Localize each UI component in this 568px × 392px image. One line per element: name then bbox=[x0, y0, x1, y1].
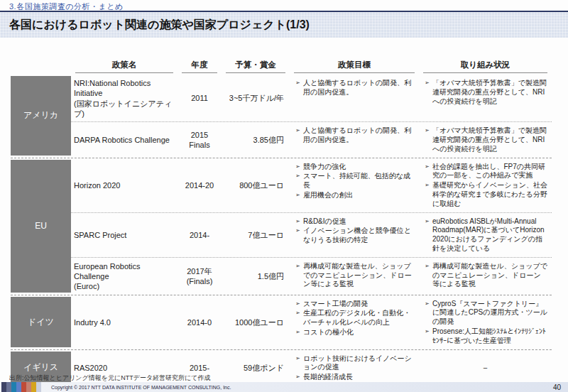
logo-square bbox=[26, 382, 31, 392]
slide: 3.各国施策調査の分析・まとめ 各国におけるロボット関連の施策や国家プロジェクト… bbox=[0, 0, 568, 392]
arrow-bullet-icon: ➢ bbox=[425, 327, 432, 346]
policy-name: SPARC Project bbox=[71, 230, 178, 240]
bullet-text: 競争力の強化 bbox=[303, 163, 415, 172]
country-label: アメリカ bbox=[11, 76, 71, 156]
status-cell: ➢社会的課題を抽出し、FP7の共同研究の一部を、この枠組みで実施➢基礎研究からイ… bbox=[419, 162, 552, 209]
bullet-item: ➢スマート工場の開発 bbox=[295, 300, 415, 309]
arrow-bullet-icon: ➢ bbox=[425, 181, 432, 208]
status-dash: − bbox=[419, 354, 552, 383]
budget-value: 800億ユーロ bbox=[222, 180, 290, 191]
country-group: EUHorizon 20202014-20800億ユーロ➢競争力の強化➢スマート… bbox=[11, 158, 552, 295]
page-title: 各国におけるロボット関連の施策や国家プロジェクト(1/3) bbox=[9, 18, 310, 33]
arrow-bullet-icon: ➢ bbox=[295, 227, 303, 245]
policy-name: Horizon 2020 bbox=[71, 180, 178, 190]
column-header-year: 年度 bbox=[182, 60, 217, 73]
table-row: Horizon 20202014-20800億ユーロ➢競争力の強化➢スマート、持… bbox=[71, 158, 552, 212]
country-column-spacer bbox=[15, 60, 67, 73]
arrow-bullet-icon: ➢ bbox=[295, 300, 303, 309]
arrow-bullet-icon: ➢ bbox=[295, 172, 303, 190]
arrow-bullet-icon: ➢ bbox=[295, 262, 303, 289]
policy-goals-cell: ➢人と協働するロボットの開発、利用の国内促進。 bbox=[290, 78, 419, 119]
table-body: アメリカNRI:National Robotics Initiative (国家… bbox=[11, 75, 552, 392]
policy-name: Indutry 4.0 bbox=[71, 317, 178, 327]
bullet-item: ➢基礎研究からイノベーション、社会科学的な研究まで多岐にわたる分野に取組む bbox=[425, 181, 547, 208]
policy-goals-cell: ➢スマート工場の開発➢生産工程のデジタル化・自動化・バーチャル化レベルの向上➢コ… bbox=[290, 299, 419, 347]
year-value: 2014-0 bbox=[178, 317, 222, 327]
country-group: ドイツIndutry 4.02014-01000億ユーロ➢スマート工場の開発➢生… bbox=[11, 295, 552, 350]
bullet-item: ➢長期的経済成長 bbox=[295, 373, 415, 382]
arrow-bullet-icon: ➢ bbox=[425, 163, 432, 181]
country-label: ドイツ bbox=[11, 297, 71, 347]
bullet-item: ➢雇用機会の創出 bbox=[295, 191, 415, 200]
arrow-bullet-icon: ➢ bbox=[295, 163, 303, 172]
bullet-item: ➢スマート、持続可能、包括的な成長 bbox=[295, 172, 415, 190]
year-value: 2014- bbox=[178, 230, 222, 240]
bullet-text: R&D&Iの促進 bbox=[303, 217, 415, 227]
arrow-bullet-icon: ➢ bbox=[295, 79, 303, 97]
bullet-text: コストの極小化 bbox=[303, 328, 415, 337]
policy-goals-cell: ➢R&D&Iの促進➢イノベーション機会と競争優位となりうる技術の特定 bbox=[290, 217, 419, 254]
bullet-item: ➢R&D&Iの促進 bbox=[295, 217, 415, 227]
status-cell: ➢「オバマ大統領予算教書」で製造関連研究開発の重点分野として、NRIへの投資続行… bbox=[419, 126, 552, 154]
bullet-item: ➢再構成可能な製造セル、ショップでのマニピュレーション、ドローン等による監視 bbox=[295, 262, 415, 289]
country-rows: Indutry 4.02014-01000億ユーロ➢スマート工場の開発➢生産工程… bbox=[71, 295, 552, 349]
country-group: アメリカNRI:National Robotics Initiative (国家… bbox=[11, 75, 552, 158]
arrow-bullet-icon: ➢ bbox=[425, 126, 432, 153]
logo-square bbox=[16, 382, 21, 392]
bullet-item: ➢人と協働するロボットの開発、利用の国内促進。 bbox=[295, 79, 415, 97]
budget-value: 3.85億円 bbox=[222, 135, 290, 146]
column-header-status: 取り組み状況 bbox=[423, 60, 547, 73]
status-cell: ➢再構成可能な製造セル、ショップでのマニピュレーション、ドローン等による監視 bbox=[419, 261, 552, 292]
status-cell: ➢CyproS『スマートファクトリー』に関連したCPSの運用方式・ツールの開発➢… bbox=[419, 299, 552, 347]
policy-goals-cell: ➢人と協働するロボットの開発、利用の国内促進。 bbox=[290, 126, 419, 154]
bullet-text: スマート、持続可能、包括的な成長 bbox=[303, 172, 415, 190]
budget-value: 1000億ユーロ bbox=[222, 317, 290, 328]
bullet-text: 人と協働するロボットの開発、利用の国内促進。 bbox=[303, 79, 415, 97]
footer-bar: Copyright © 2017 NTT DATA INSTITUTE OF M… bbox=[0, 382, 568, 392]
bullet-item: ➢「オバマ大統領予算教書」で製造関連研究開発の重点分野として、NRIへの投資続行… bbox=[425, 126, 547, 153]
budget-value: 59億ポンド bbox=[222, 363, 290, 374]
bullet-text: ロボット技術におけるイノベーションの促進 bbox=[303, 354, 415, 373]
policy-name: European Robotics Challenge (Euroc) bbox=[71, 261, 178, 292]
policy-goals-cell: ➢競争力の強化➢スマート、持続可能、包括的な成長➢雇用機会の創出 bbox=[290, 162, 419, 209]
year-value: 2017年 (Finals) bbox=[178, 266, 222, 287]
bullet-item: ➢「オバマ大統領予算教書」で製造関連研究開発の重点分野として、NRIへの投資続行… bbox=[425, 79, 547, 106]
status-cell: ➢「オバマ大統領予算教書」で製造関連研究開発の重点分野として、NRIへの投資続行… bbox=[419, 78, 552, 119]
logo-color-squares bbox=[1, 382, 41, 392]
country-label: EU bbox=[11, 160, 71, 293]
bullet-text: Prosense:人工知能ｼｽﾃﾑとｲﾝﾃﾘｼﾞｪﾝﾄｾﾝｻｰに基づいた生産管理 bbox=[432, 327, 547, 346]
logo-square bbox=[1, 382, 6, 392]
bullet-text: 社会的課題を抽出し、FP7の共同研究の一部を、この枠組みで実施 bbox=[432, 163, 547, 181]
year-value: 2015- bbox=[178, 363, 222, 373]
bullet-item: ➢イノベーション機会と競争優位となりうる技術の特定 bbox=[295, 227, 415, 245]
arrow-bullet-icon: ➢ bbox=[425, 217, 432, 254]
country-rows: Horizon 20202014-20800億ユーロ➢競争力の強化➢スマート、持… bbox=[71, 158, 552, 295]
arrow-bullet-icon: ➢ bbox=[295, 217, 303, 227]
bullet-text: euRobotics AISBLがMulti-Annual Roadmap(MA… bbox=[432, 217, 547, 254]
status-cell: ➢euRobotics AISBLがMulti-Annual Roadmap(M… bbox=[419, 217, 552, 254]
budget-value: 7億ユーロ bbox=[222, 230, 290, 241]
copyright-text: Copyright © 2017 NTT DATA INSTITUTE OF M… bbox=[51, 385, 231, 390]
logo-square bbox=[6, 382, 11, 392]
country-rows: NRI:National Robotics Initiative (国家ロボット… bbox=[71, 75, 552, 158]
column-header-goals: 政策目標 bbox=[294, 60, 415, 73]
year-value: 2014-20 bbox=[178, 180, 222, 190]
arrow-bullet-icon: ➢ bbox=[295, 126, 303, 145]
policy-name: DARPA Robotics Challenge bbox=[71, 135, 178, 145]
budget-value: 1.5億円 bbox=[222, 271, 290, 282]
bullet-text: 人と協働するロボットの開発、利用の国内促進。 bbox=[303, 126, 415, 145]
year-value: 2015 Finals bbox=[178, 130, 222, 151]
bullet-text: スマート工場の開発 bbox=[303, 300, 415, 309]
policy-table: 政策名 年度 予算・賞金 政策目標 取り組み状況 アメリカNRI:Nationa… bbox=[11, 60, 552, 392]
arrow-bullet-icon: ➢ bbox=[295, 309, 303, 327]
bullet-text: 再構成可能な製造セル、ショップでのマニピュレーション、ドローン等による監視 bbox=[432, 262, 547, 289]
arrow-bullet-icon: ➢ bbox=[425, 79, 432, 106]
bullet-item: ➢人と協働するロボットの開発、利用の国内促進。 bbox=[295, 126, 415, 145]
arrow-bullet-icon: ➢ bbox=[295, 354, 303, 373]
bullet-item: ➢ロボット技術におけるイノベーションの促進 bbox=[295, 354, 415, 373]
bullet-text: 生産工程のデジタル化・自動化・バーチャル化レベルの向上 bbox=[303, 309, 415, 327]
table-row: European Robotics Challenge (Euroc)2017年… bbox=[71, 257, 552, 295]
arrow-bullet-icon: ➢ bbox=[295, 373, 303, 382]
arrow-bullet-icon: ➢ bbox=[295, 328, 303, 337]
logo-square bbox=[31, 382, 36, 392]
